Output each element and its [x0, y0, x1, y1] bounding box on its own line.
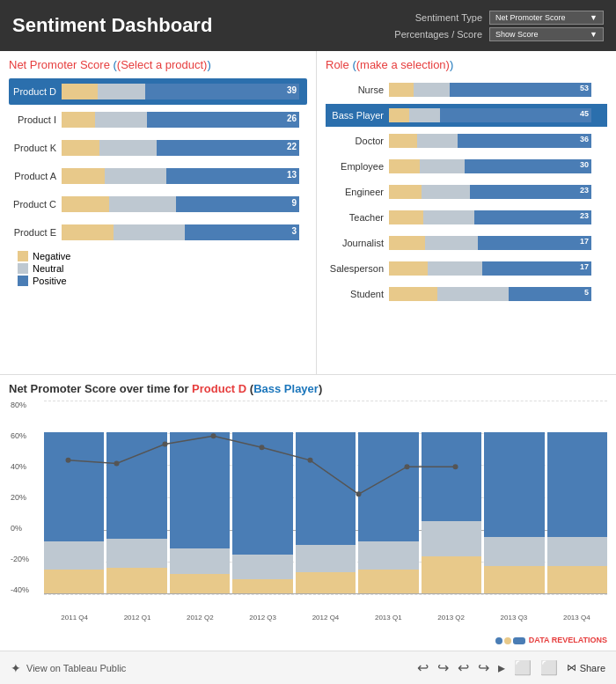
nps-bar-track: 22 — [62, 139, 307, 157]
role-bar-track: 17 — [389, 261, 607, 276]
role-score: 5 — [584, 288, 589, 297]
role-bar-row[interactable]: Doctor36 — [326, 129, 607, 152]
y-label: -40% — [11, 585, 29, 594]
time-bar-group: 58 — [232, 432, 292, 593]
tableau-link[interactable]: ✦ View on Tableau Public — [11, 661, 126, 675]
legend-item: Negative — [18, 251, 307, 261]
role-neg-segment — [389, 236, 425, 250]
role-bar-track: 45 — [389, 107, 607, 123]
y-label: 60% — [11, 431, 29, 440]
time-bar-group: 39 — [547, 432, 607, 593]
neu-segment — [98, 84, 145, 99]
role-label: Teacher — [326, 212, 389, 223]
download-icon[interactable]: ⬜ — [514, 659, 532, 676]
role-bar-row[interactable]: Salesperson17 — [326, 257, 607, 280]
grid-line — [44, 594, 607, 595]
neu-bar — [170, 548, 230, 574]
redo-icon[interactable]: ↪ — [437, 659, 449, 676]
nps-bar-row[interactable]: Product K22 — [9, 135, 307, 161]
role-pos-segment: 17 — [478, 236, 591, 250]
y-label: -20% — [11, 555, 29, 563]
nps-bar-track: 26 — [62, 111, 307, 129]
pos-bar — [170, 432, 230, 548]
role-bar-row[interactable]: Employee30 — [326, 155, 607, 178]
nps-product-label: Product E — [9, 227, 62, 238]
pos-segment: 9 — [176, 196, 299, 212]
role-label: Student — [326, 289, 389, 299]
back-icon[interactable]: ↩ — [458, 659, 469, 676]
nps-title: Net Promoter Score ((Select a product)) — [9, 58, 307, 71]
role-bar-track: 23 — [389, 210, 607, 225]
role-bar-row[interactable]: Bass Player45 — [326, 104, 607, 127]
nps-bar-row[interactable]: Product A13 — [9, 163, 307, 189]
sentiment-type-dropdown[interactable]: Net Promoter Score ▼ — [489, 11, 604, 25]
role-bar-row[interactable]: Student5 — [326, 283, 607, 305]
neg-bar — [296, 572, 356, 593]
role-bar-row[interactable]: Nurse53 — [326, 78, 607, 101]
bar-score: 22 — [287, 142, 297, 151]
neu-segment — [95, 112, 147, 128]
pos-bar — [106, 432, 166, 539]
role-score: 53 — [580, 84, 589, 92]
pos-bar — [44, 432, 104, 542]
role-bar-track: 53 — [389, 82, 607, 98]
role-neg-segment — [389, 108, 409, 122]
nps-bar-row[interactable]: Product E3 — [9, 219, 307, 246]
neg-bar — [358, 570, 418, 594]
nps-bar-row[interactable]: Product C9 — [9, 191, 307, 217]
neu-segment — [99, 140, 157, 156]
nps-legend: NegativeNeutralPositive — [9, 251, 307, 286]
sentiment-type-label: Sentiment Type — [377, 12, 482, 23]
fullscreen-icon[interactable]: ⬜ — [540, 659, 558, 676]
role-label: Employee — [326, 161, 389, 172]
role-bar-track: 17 — [389, 235, 607, 251]
neu-bar — [547, 537, 607, 566]
time-chart-panel: Net Promoter Score over time for Product… — [0, 374, 616, 651]
pos-bar — [232, 432, 292, 555]
neg-bar — [44, 570, 104, 594]
role-neu-segment — [437, 287, 509, 301]
role-bar-chart: Nurse53Bass Player45Doctor36Employee30En… — [326, 78, 607, 305]
pos-bar — [484, 432, 544, 537]
neg-bar — [106, 568, 166, 593]
neu-bar — [106, 539, 166, 568]
footer-controls: ↩ ↪ ↩ ↪ ▸ ⬜ ⬜ ⋈ Share — [417, 659, 605, 676]
role-neg-segment — [389, 185, 422, 199]
grid-line — [44, 401, 607, 401]
neu-segment — [114, 224, 185, 240]
quarter-label: 2013 Q4 — [546, 614, 607, 621]
legend-item: Neutral — [18, 263, 307, 274]
bar-score: 13 — [287, 170, 297, 180]
nps-product-label: Product A — [9, 171, 62, 181]
quarter-label: 2012 Q1 — [106, 614, 167, 621]
neu-bar — [358, 541, 418, 569]
role-bar-row[interactable]: Teacher23 — [326, 206, 607, 229]
nps-bar-track: 39 — [62, 83, 307, 100]
nps-product-label: Product D — [9, 86, 62, 97]
legend-item: Positive — [18, 276, 307, 286]
quarter-label: 2012 Q2 — [170, 614, 231, 621]
score-dropdown[interactable]: Show Score ▼ — [489, 27, 604, 41]
role-neu-segment — [428, 261, 482, 276]
y-label: 40% — [11, 462, 29, 471]
role-title: Role ((make a selection)) — [326, 58, 607, 71]
role-pos-segment: 23 — [474, 210, 591, 224]
nps-bar-row[interactable]: Product I26 — [9, 107, 307, 133]
role-neg-segment — [389, 134, 417, 148]
time-bar-group: 43 — [44, 432, 104, 593]
role-neu-segment — [422, 185, 470, 199]
y-axis: 80%60%40%20%0%-20%-40% — [11, 401, 29, 594]
share-button[interactable]: ⋈ Share — [567, 662, 605, 673]
legend-color — [18, 251, 28, 261]
nps-bar-row[interactable]: Product D39 — [9, 78, 307, 105]
role-label: Bass Player — [326, 110, 389, 121]
role-score: 30 — [580, 160, 589, 169]
forward-icon[interactable]: ↪ — [478, 659, 489, 676]
role-bar-row[interactable]: Engineer23 — [326, 180, 607, 203]
role-bar-row[interactable]: Journalist17 — [326, 232, 607, 254]
more-icon[interactable]: ▸ — [498, 659, 505, 676]
time-bar-group: 22 — [422, 432, 481, 593]
neu-segment — [105, 168, 166, 184]
time-bar-group: 43 — [358, 432, 418, 593]
undo-icon[interactable]: ↩ — [417, 659, 429, 676]
